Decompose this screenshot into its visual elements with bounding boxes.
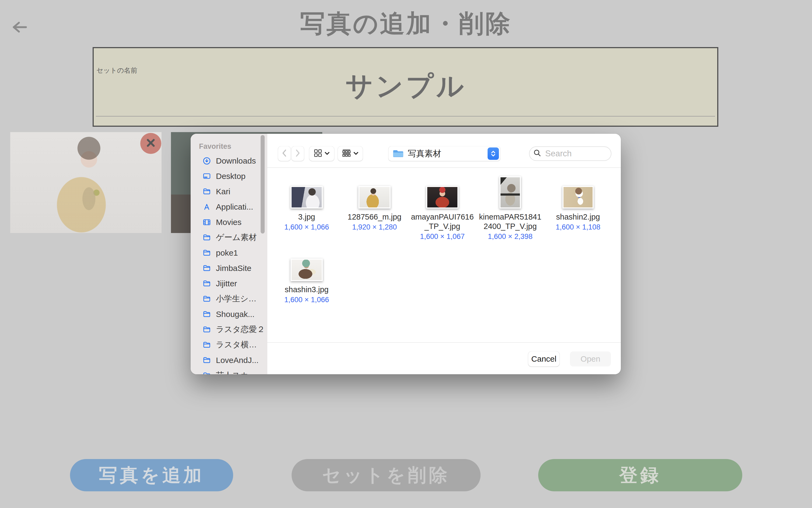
chevron-left-icon (281, 149, 288, 159)
file-item[interactable]: 3.jpg1,600 × 1,066 (273, 174, 340, 241)
sidebar-item[interactable]: Shougak... (191, 306, 267, 322)
file-item[interactable]: kinemaPAR518412400_TP_V.jpg1,600 × 2,398 (476, 174, 544, 241)
folder-icon (202, 294, 212, 303)
file-thumbnail (426, 186, 458, 209)
sidebar-item-label: JimbaSite (216, 264, 251, 273)
file-item[interactable]: shashin3.jpg1,600 × 1,066 (273, 246, 340, 304)
file-item[interactable]: 1287566_m.jpg1,920 × 1,280 (340, 174, 408, 241)
photo-thumbnail-1[interactable] (10, 132, 162, 233)
chevron-right-icon (294, 149, 301, 159)
footer-divider (267, 342, 621, 343)
file-dimensions: 1,600 × 2,398 (488, 232, 532, 241)
set-name-input[interactable] (94, 71, 718, 102)
sidebar-item-label: ラスタ横… (216, 339, 257, 350)
group-view-button[interactable] (338, 146, 363, 161)
search-input[interactable] (545, 149, 605, 159)
sidebar-item-label: Kari (216, 187, 230, 196)
folder-icon (202, 233, 212, 242)
toolbar-divider (267, 167, 621, 168)
favorites-list: DownloadsDesktopKariApplicati...Moviesゲー… (191, 153, 267, 374)
search-field[interactable] (529, 146, 611, 161)
sidebar-item[interactable]: JimbaSite (191, 260, 267, 276)
folder-icon (202, 371, 212, 375)
chevron-down-icon (325, 151, 329, 156)
sidebar-item[interactable]: 小学生シ… (191, 291, 267, 306)
sidebar-item-label: 小学生シ… (216, 293, 256, 304)
file-thumbnail-box (426, 174, 458, 209)
sidebar-item-label: Jijitter (216, 279, 237, 288)
sidebar-item-label: ゲーム素材 (216, 232, 256, 243)
sidebar-item[interactable]: Movies (191, 214, 267, 230)
sidebar-item[interactable]: LoveAndJ... (191, 352, 267, 368)
search-icon (530, 149, 541, 158)
file-dimensions: 1,600 × 1,066 (284, 223, 329, 231)
folder-icon (202, 310, 212, 319)
file-name: kinemaPAR518412400_TP_V.jpg (478, 212, 543, 231)
folder-icon (202, 187, 212, 196)
nav-forward-button[interactable] (292, 146, 304, 161)
favorites-sidebar: Favorites DownloadsDesktopKariApplicati.… (191, 134, 267, 374)
file-grid: 3.jpg1,600 × 1,0661287566_m.jpg1,920 × 1… (273, 174, 612, 304)
file-name: 1287566_m.jpg (348, 212, 401, 222)
sidebar-item-label: Applicati... (216, 202, 253, 211)
file-thumbnail-box (499, 174, 521, 209)
grid-view-icon (314, 149, 322, 158)
file-thumbnail (358, 186, 391, 209)
sidebar-item[interactable]: Desktop (191, 168, 267, 184)
folder-icon (202, 340, 212, 349)
file-item[interactable]: amayanPAUI7616_TP_V.jpg1,600 × 1,067 (408, 174, 476, 241)
file-dimensions: 1,600 × 1,066 (284, 296, 329, 304)
film-icon (202, 218, 212, 227)
sidebar-item-label: Downloads (216, 156, 256, 166)
page: 写真の追加・削除 セットの名前 写真を追加 セットを削除 登録 Favorite… (0, 0, 812, 508)
sidebar-item-label: poke1 (216, 248, 238, 257)
sidebar-item[interactable]: 芸人スカ… (191, 368, 267, 374)
remove-photo-button[interactable] (140, 133, 161, 154)
sidebar-item[interactable]: Jijitter (191, 276, 267, 291)
location-popup[interactable]: 写真素材 (389, 146, 500, 161)
file-thumbnail (499, 176, 521, 209)
download-icon (202, 156, 212, 166)
sidebar-item[interactable]: poke1 (191, 245, 267, 260)
sidebar-scrollbar[interactable] (260, 135, 265, 234)
add-photo-button[interactable]: 写真を追加 (70, 459, 233, 491)
dialog-main: 写真素材 3.jpg1,600 × 1,0661287566_m.jpg1,92… (267, 134, 621, 374)
sidebar-item[interactable]: Applicati... (191, 199, 267, 214)
popup-stepper[interactable] (488, 147, 499, 160)
sidebar-item[interactable]: ゲーム素材 (191, 230, 267, 245)
file-dimensions: 1,600 × 1,067 (420, 232, 465, 241)
folder-icon (202, 279, 212, 288)
desktop-icon (202, 172, 212, 181)
location-label: 写真素材 (408, 148, 441, 159)
page-title: 写真の追加・削除 (0, 7, 812, 40)
cancel-button[interactable]: Cancel (528, 351, 560, 367)
sidebar-item[interactable]: Kari (191, 184, 267, 199)
favorites-header: Favorites (199, 142, 231, 151)
icon-view-button[interactable] (309, 146, 334, 161)
set-name-field: セットの名前 (93, 47, 718, 127)
folder-icon (202, 264, 212, 273)
file-name: shashin3.jpg (285, 285, 329, 294)
sidebar-item-label: ラスタ恋愛２ (216, 324, 265, 335)
folder-icon (202, 325, 212, 334)
sidebar-item-label: 芸人スカ… (216, 370, 256, 374)
folder-icon (393, 149, 404, 158)
file-name: amayanPAUI7616_TP_V.jpg (410, 212, 475, 231)
sidebar-item-label: LoveAndJ... (216, 356, 258, 365)
file-thumbnail-box (290, 246, 323, 281)
sidebar-item[interactable]: ラスタ恋愛２ (191, 322, 267, 337)
delete-set-button[interactable]: セットを削除 (292, 459, 481, 491)
file-item[interactable]: shashin2.jpg1,600 × 1,108 (544, 174, 612, 241)
sidebar-item-label: Desktop (216, 172, 246, 181)
file-dimensions: 1,600 × 1,108 (556, 223, 600, 231)
register-button[interactable]: 登録 (538, 459, 742, 491)
nav-back-button[interactable] (278, 146, 290, 161)
sidebar-item[interactable]: ラスタ横… (191, 337, 267, 352)
folder-icon (202, 356, 212, 365)
file-thumbnail-box (358, 174, 391, 209)
file-name: 3.jpg (298, 212, 315, 222)
file-thumbnail (290, 186, 323, 209)
open-button: Open (570, 351, 611, 367)
sidebar-item[interactable]: Downloads (191, 153, 267, 168)
file-open-dialog: Favorites DownloadsDesktopKariApplicati.… (191, 134, 621, 374)
